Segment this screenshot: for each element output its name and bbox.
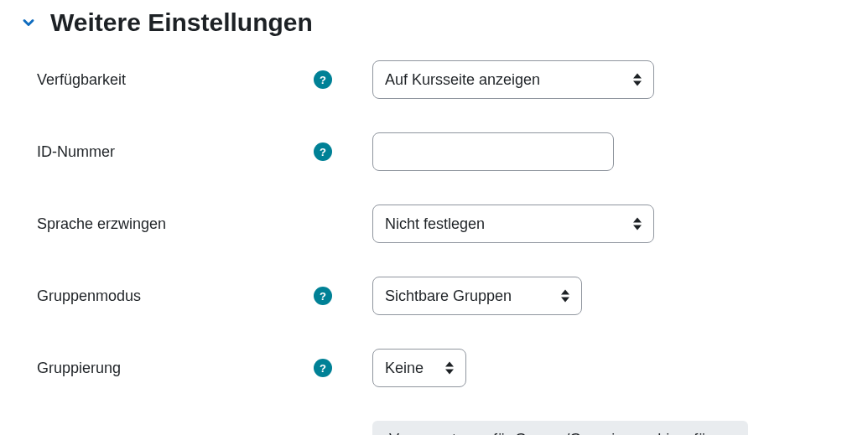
select-grouping-value: Keine xyxy=(385,360,424,377)
field-row-availability: Verfügbarkeit ? Auf Kursseite anzeigen xyxy=(17,60,851,99)
help-icon[interactable]: ? xyxy=(314,359,332,377)
select-availability-value: Auf Kursseite anzeigen xyxy=(385,71,540,89)
select-availability[interactable]: Auf Kursseite anzeigen xyxy=(372,60,654,99)
label-availability: Verfügbarkeit xyxy=(37,71,126,89)
field-row-grouping: Gruppierung ? Keine xyxy=(17,349,851,387)
label-idnumber: ID-Nummer xyxy=(37,143,115,161)
section-title: Weitere Einstellungen xyxy=(50,8,313,37)
select-forcelang-value: Nicht festlegen xyxy=(385,215,485,233)
input-idnumber[interactable] xyxy=(372,132,614,171)
add-group-restriction-button[interactable]: Voraussetzung für Gruppe/Gruppierung hin… xyxy=(372,421,748,435)
label-forcelang: Sprache erzwingen xyxy=(37,215,166,233)
sort-icon xyxy=(561,290,569,303)
label-grouping: Gruppierung xyxy=(37,360,121,377)
sort-icon xyxy=(633,74,642,86)
sort-icon xyxy=(633,218,642,230)
label-groupmode: Gruppenmodus xyxy=(37,287,141,305)
field-row-idnumber: ID-Nummer ? xyxy=(17,132,851,171)
help-icon[interactable]: ? xyxy=(314,142,332,161)
select-groupmode-value: Sichtbare Gruppen xyxy=(385,287,512,305)
select-grouping[interactable]: Keine xyxy=(372,349,466,387)
help-icon[interactable]: ? xyxy=(314,287,332,305)
field-row-groupmode: Gruppenmodus ? Sichtbare Gruppen xyxy=(17,277,851,315)
chevron-down-icon xyxy=(20,14,37,31)
select-forcelang[interactable]: Nicht festlegen xyxy=(372,205,654,243)
sort-icon xyxy=(445,362,454,375)
collapse-toggle[interactable] xyxy=(17,11,40,34)
help-icon[interactable]: ? xyxy=(314,70,332,89)
select-groupmode[interactable]: Sichtbare Gruppen xyxy=(372,277,582,315)
field-row-forcelang: Sprache erzwingen Nicht festlegen xyxy=(17,205,851,243)
